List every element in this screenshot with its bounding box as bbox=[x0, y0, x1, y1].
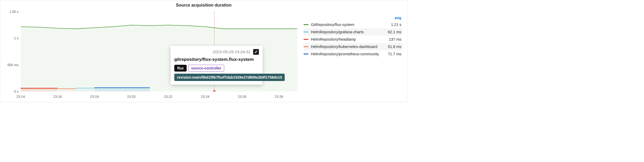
annotation-tooltip: 2022-05-29 23:24:31 gitrepository/flux-s… bbox=[171, 46, 263, 85]
svg-text:23:18: 23:18 bbox=[90, 95, 99, 99]
svg-text:500 ms: 500 ms bbox=[7, 63, 19, 67]
svg-text:23:16: 23:16 bbox=[53, 95, 62, 99]
legend-swatch bbox=[304, 24, 308, 25]
legend-row[interactable]: HelmRepository/kubernetes-dashboard51.6 … bbox=[304, 43, 403, 50]
svg-text:23:14: 23:14 bbox=[16, 95, 25, 99]
tooltip-tags: fluxsource-controller bbox=[174, 65, 259, 72]
legend-label: GitRepository/flux-system bbox=[311, 23, 389, 27]
legend-header-avg: avg bbox=[395, 15, 401, 20]
legend-row[interactable]: GitRepository/flux-system1.21 s bbox=[304, 21, 403, 28]
legend-row[interactable]: HelmRepository/prometheus-community71.7 … bbox=[304, 50, 403, 58]
legend: avg GitRepository/flux-system1.21 sHelmR… bbox=[300, 9, 405, 99]
edit-annotation-button[interactable] bbox=[253, 49, 259, 55]
svg-text:23:26: 23:26 bbox=[238, 95, 246, 99]
series-area bbox=[21, 89, 76, 91]
legend-value: 51.6 ms bbox=[388, 45, 401, 49]
legend-label: HelmRepository/grafana-charts bbox=[311, 30, 385, 34]
svg-text:1 s: 1 s bbox=[14, 36, 19, 40]
legend-value: 137 ms bbox=[389, 37, 401, 41]
panel-body: 0 s500 ms1 s1.50 s23:1423:1623:1823:2023… bbox=[0, 9, 407, 100]
tooltip-revision-tag: revision:main/9bd1f9b7fcef7dab1529e27d80… bbox=[174, 74, 285, 81]
legend-body: GitRepository/flux-system1.21 sHelmRepos… bbox=[304, 21, 403, 58]
panel-title: Source acquisition duration bbox=[0, 0, 407, 9]
svg-text:23:24: 23:24 bbox=[201, 95, 209, 99]
tooltip-timestamp: 2022-05-29 23:24:31 bbox=[213, 50, 251, 54]
legend-row[interactable]: HelmRepository/grafana-charts62.1 ms bbox=[304, 28, 403, 36]
chart-wrapper: 0 s500 ms1 s1.50 s23:1423:1623:1823:2023… bbox=[2, 9, 300, 99]
tooltip-tag: flux bbox=[174, 65, 187, 72]
legend-swatch bbox=[304, 53, 308, 55]
legend-label: HelmRepository/kubernetes-dashboard bbox=[311, 45, 385, 49]
legend-row[interactable]: HelmRepository/headlamp137 ms bbox=[304, 36, 403, 43]
series-area bbox=[94, 88, 150, 91]
legend-swatch bbox=[304, 46, 308, 47]
legend-swatch bbox=[304, 31, 308, 33]
tooltip-header: 2022-05-29 23:24:31 bbox=[174, 49, 259, 55]
legend-value: 1.21 s bbox=[391, 23, 402, 27]
legend-value: 71.7 ms bbox=[388, 52, 401, 56]
svg-text:23:22: 23:22 bbox=[164, 95, 172, 99]
legend-swatch bbox=[304, 39, 308, 40]
svg-text:23:20: 23:20 bbox=[127, 95, 135, 99]
legend-header[interactable]: avg bbox=[304, 14, 403, 21]
svg-text:23:28: 23:28 bbox=[275, 95, 283, 99]
legend-value: 62.1 ms bbox=[388, 30, 401, 34]
legend-label: HelmRepository/prometheus-community bbox=[311, 52, 385, 56]
svg-text:1.50 s: 1.50 s bbox=[9, 10, 19, 14]
legend-label: HelmRepository/headlamp bbox=[311, 37, 386, 41]
svg-text:0 s: 0 s bbox=[14, 89, 19, 93]
chart-area[interactable]: 0 s500 ms1 s1.50 s23:1423:1623:1823:2023… bbox=[2, 9, 300, 99]
pencil-icon bbox=[254, 50, 258, 53]
tooltip-tag: source-controller bbox=[188, 65, 224, 72]
panel: Source acquisition duration 0 s500 ms1 s… bbox=[0, 0, 407, 102]
tooltip-title: gitrepository/flux-system.flux-system bbox=[174, 57, 259, 62]
